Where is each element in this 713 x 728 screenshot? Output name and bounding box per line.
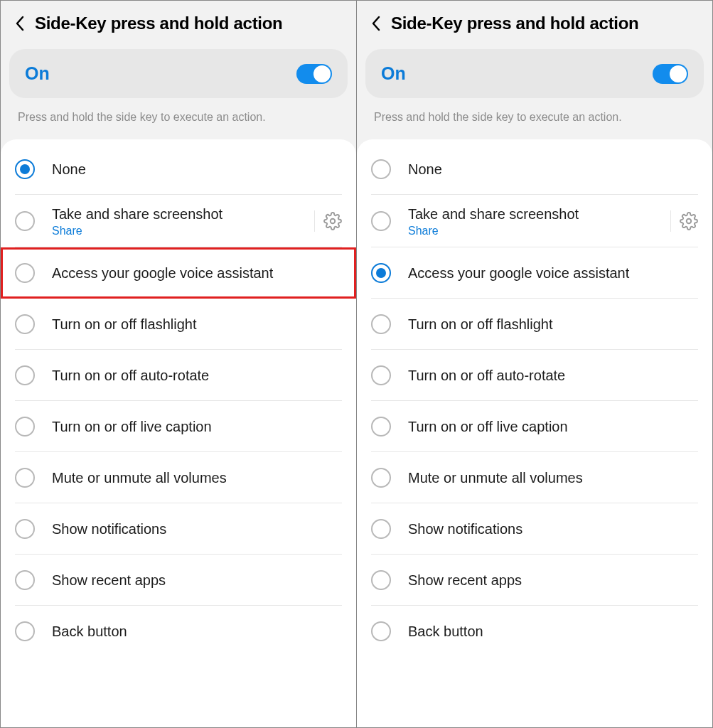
option-text: Take and share screenshotShare bbox=[408, 195, 663, 247]
radio-button[interactable] bbox=[371, 621, 391, 641]
radio-button[interactable] bbox=[15, 159, 35, 179]
options-list: NoneTake and share screenshotShareAccess… bbox=[1, 139, 356, 727]
option-row[interactable]: Show notifications bbox=[1, 503, 356, 555]
radio-button[interactable] bbox=[15, 621, 35, 641]
radio-button[interactable] bbox=[15, 519, 35, 539]
svg-point-0 bbox=[331, 219, 336, 224]
radio-button[interactable] bbox=[15, 417, 35, 437]
option-row[interactable]: Back button bbox=[357, 606, 712, 657]
option-label: Show notifications bbox=[408, 520, 698, 538]
option-row[interactable]: Turn on or off flashlight bbox=[1, 299, 356, 350]
gear-icon[interactable] bbox=[680, 212, 698, 230]
radio-button[interactable] bbox=[371, 159, 391, 179]
toggle-label: On bbox=[381, 63, 406, 84]
svg-point-1 bbox=[687, 219, 692, 224]
option-text: Access your google voice assistant bbox=[52, 254, 342, 292]
toggle-label: On bbox=[25, 63, 50, 84]
option-text: Turn on or off live caption bbox=[52, 407, 342, 446]
radio-button[interactable] bbox=[15, 263, 35, 283]
option-row[interactable]: Turn on or off auto-rotate bbox=[1, 350, 356, 401]
option-text: None bbox=[52, 150, 342, 188]
option-label: Mute or unmute all volumes bbox=[52, 469, 342, 487]
option-row[interactable]: Turn on or off live caption bbox=[357, 401, 712, 452]
option-label: None bbox=[408, 160, 698, 178]
option-label: Back button bbox=[408, 622, 698, 641]
toggle-switch[interactable] bbox=[296, 64, 332, 84]
radio-button[interactable] bbox=[371, 211, 391, 231]
radio-button[interactable] bbox=[371, 365, 391, 385]
option-row[interactable]: Mute or unmute all volumes bbox=[1, 452, 356, 503]
option-row[interactable]: None bbox=[1, 144, 356, 195]
option-row[interactable]: Turn on or off flashlight bbox=[357, 299, 712, 350]
radio-button[interactable] bbox=[15, 468, 35, 488]
option-text: Turn on or off auto-rotate bbox=[408, 356, 698, 395]
radio-button[interactable] bbox=[371, 468, 391, 488]
hint-text: Press and hold the side key to execute a… bbox=[357, 98, 712, 139]
option-row[interactable]: Access your google voice assistant bbox=[1, 247, 356, 299]
option-text: Show recent apps bbox=[408, 561, 698, 599]
divider bbox=[670, 210, 671, 232]
option-row[interactable]: Turn on or off auto-rotate bbox=[357, 350, 712, 401]
option-label: Turn on or off flashlight bbox=[408, 315, 698, 333]
option-text: Take and share screenshotShare bbox=[52, 195, 307, 247]
radio-button[interactable] bbox=[371, 417, 391, 437]
radio-button[interactable] bbox=[15, 314, 35, 334]
gear-icon[interactable] bbox=[323, 212, 342, 230]
back-icon[interactable] bbox=[371, 16, 381, 31]
option-label: Show recent apps bbox=[408, 571, 698, 589]
option-row[interactable]: None bbox=[357, 144, 712, 195]
master-toggle-card[interactable]: On bbox=[9, 49, 348, 98]
option-label: None bbox=[52, 160, 342, 178]
option-label: Turn on or off auto-rotate bbox=[52, 366, 342, 385]
toggle-switch[interactable] bbox=[653, 64, 688, 84]
option-text: None bbox=[408, 150, 698, 188]
option-row[interactable]: Mute or unmute all volumes bbox=[357, 452, 712, 503]
option-label: Turn on or off auto-rotate bbox=[408, 366, 698, 385]
header: Side-Key press and hold action bbox=[1, 1, 356, 49]
radio-button[interactable] bbox=[371, 314, 391, 334]
option-label: Turn on or off flashlight bbox=[52, 315, 342, 333]
option-row[interactable]: Take and share screenshotShare bbox=[1, 195, 356, 247]
option-row[interactable]: Show notifications bbox=[357, 503, 712, 555]
radio-button[interactable] bbox=[15, 570, 35, 590]
radio-button[interactable] bbox=[371, 570, 391, 590]
page-title: Side-Key press and hold action bbox=[35, 14, 282, 33]
radio-button[interactable] bbox=[371, 263, 391, 283]
option-text: Show notifications bbox=[52, 510, 342, 548]
option-text: Show notifications bbox=[408, 510, 698, 548]
option-label: Take and share screenshot bbox=[52, 205, 307, 223]
option-text: Turn on or off flashlight bbox=[408, 305, 698, 343]
master-toggle-card[interactable]: On bbox=[365, 49, 704, 98]
option-row[interactable]: Turn on or off live caption bbox=[1, 401, 356, 452]
option-text: Back button bbox=[408, 612, 698, 651]
option-label: Access your google voice assistant bbox=[408, 264, 698, 282]
option-label: Turn on or off live caption bbox=[408, 417, 698, 436]
radio-button[interactable] bbox=[15, 211, 35, 231]
option-label: Turn on or off live caption bbox=[52, 417, 342, 436]
page-title: Side-Key press and hold action bbox=[391, 14, 638, 33]
option-text: Turn on or off flashlight bbox=[52, 305, 342, 343]
option-label: Mute or unmute all volumes bbox=[408, 469, 698, 487]
option-row[interactable]: Show recent apps bbox=[1, 555, 356, 606]
option-sublabel: Share bbox=[52, 225, 307, 237]
divider bbox=[314, 210, 315, 232]
radio-button[interactable] bbox=[15, 365, 35, 385]
option-text: Show recent apps bbox=[52, 561, 342, 599]
option-label: Show recent apps bbox=[52, 571, 342, 589]
option-text: Mute or unmute all volumes bbox=[408, 459, 698, 497]
option-row[interactable]: Back button bbox=[1, 606, 356, 657]
option-text: Back button bbox=[52, 612, 342, 651]
option-label: Access your google voice assistant bbox=[52, 264, 342, 282]
option-text: Access your google voice assistant bbox=[408, 254, 698, 292]
option-row[interactable]: Access your google voice assistant bbox=[357, 247, 712, 299]
option-text: Turn on or off live caption bbox=[408, 407, 698, 446]
radio-button[interactable] bbox=[371, 519, 391, 539]
option-sublabel: Share bbox=[408, 225, 663, 237]
back-icon[interactable] bbox=[15, 16, 25, 31]
option-label: Take and share screenshot bbox=[408, 205, 663, 223]
option-label: Back button bbox=[52, 622, 342, 641]
option-row[interactable]: Show recent apps bbox=[357, 555, 712, 606]
option-label: Show notifications bbox=[52, 520, 342, 538]
header: Side-Key press and hold action bbox=[357, 1, 712, 49]
option-row[interactable]: Take and share screenshotShare bbox=[357, 195, 712, 247]
